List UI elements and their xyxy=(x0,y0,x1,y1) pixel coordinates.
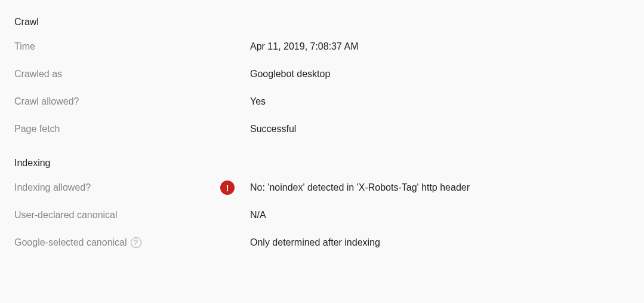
value-google-canonical: Only determined after indexing xyxy=(250,237,380,248)
label-crawled-as: Crawled as xyxy=(14,69,220,79)
icon-slot-indexing-allowed: ! xyxy=(220,180,250,195)
row-google-canonical: Google-selected canonical ? Only determi… xyxy=(14,235,630,250)
row-page-fetch: Page fetch Successful xyxy=(14,122,630,136)
help-icon[interactable]: ? xyxy=(131,237,141,248)
value-user-canonical: N/A xyxy=(250,210,266,221)
label-time: Time xyxy=(14,41,220,52)
crawl-section-title: Crawl xyxy=(14,17,630,27)
indexing-section-title: Indexing xyxy=(14,158,630,169)
label-indexing-allowed: Indexing allowed? xyxy=(14,182,220,193)
error-icon: ! xyxy=(220,180,235,195)
row-user-canonical: User-declared canonical N/A xyxy=(14,208,630,222)
label-google-canonical-text: Google-selected canonical xyxy=(14,237,127,248)
label-google-canonical: Google-selected canonical ? xyxy=(14,237,220,248)
crawl-section: Crawl Time Apr 11, 2019, 7:08:37 AM Craw… xyxy=(14,17,630,136)
row-time: Time Apr 11, 2019, 7:08:37 AM xyxy=(14,39,630,54)
label-page-fetch: Page fetch xyxy=(14,124,220,134)
label-user-canonical: User-declared canonical xyxy=(14,210,220,221)
row-indexing-allowed: Indexing allowed? ! No: 'noindex' detect… xyxy=(14,180,630,195)
value-indexing-allowed: No: 'noindex' detected in 'X-Robots-Tag'… xyxy=(250,182,470,193)
row-crawled-as: Crawled as Googlebot desktop xyxy=(14,67,630,81)
value-crawled-as: Googlebot desktop xyxy=(250,69,330,79)
value-time: Apr 11, 2019, 7:08:37 AM xyxy=(250,41,358,52)
label-crawl-allowed: Crawl allowed? xyxy=(14,96,220,107)
value-crawl-allowed: Yes xyxy=(250,96,266,107)
row-crawl-allowed: Crawl allowed? Yes xyxy=(14,94,630,109)
value-page-fetch: Successful xyxy=(250,124,296,134)
indexing-section: Indexing Indexing allowed? ! No: 'noinde… xyxy=(14,158,630,250)
